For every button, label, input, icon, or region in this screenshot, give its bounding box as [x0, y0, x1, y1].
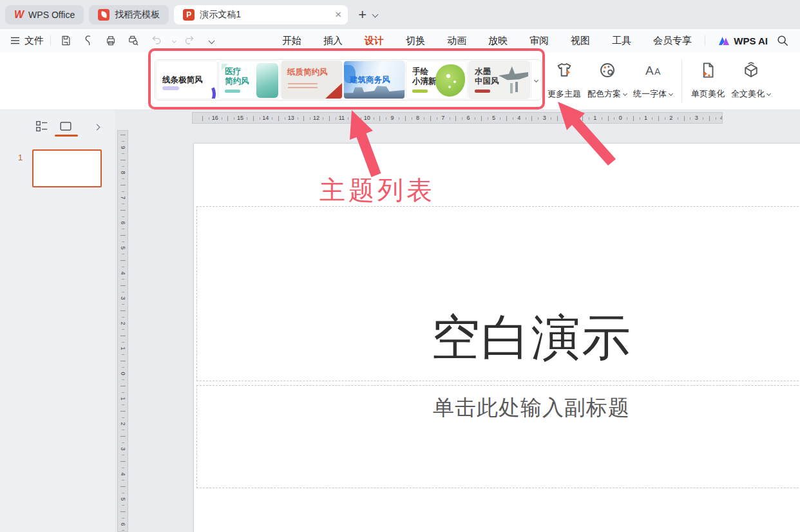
- slide-1-thumbnail[interactable]: [32, 149, 102, 187]
- slide-view-icon: [59, 119, 73, 133]
- fonts-icon: AA: [642, 60, 664, 81]
- file-menu-button[interactable]: 文件: [10, 35, 44, 47]
- tab-list-chevron-down-icon[interactable]: [372, 12, 379, 18]
- chevron-down-icon: [669, 91, 673, 96]
- menu-review[interactable]: 审阅: [529, 35, 549, 47]
- wps-presentation-window: W WPS Office 找稻壳模板 P 演示文稿1 × + 文件: [0, 0, 800, 532]
- window-tab-bar: W WPS Office 找稻壳模板 P 演示文稿1 × +: [0, 0, 800, 29]
- divider: [681, 60, 682, 102]
- tab-label: WPS Office: [28, 10, 75, 20]
- wps-ai-label: WPS AI: [734, 35, 768, 46]
- undo-icon: [149, 34, 162, 47]
- tab-label: 找稻壳模板: [115, 9, 160, 21]
- new-tab-button[interactable]: +: [358, 6, 367, 23]
- toolbar-more-chevron-down-icon[interactable]: [209, 37, 215, 44]
- slide-view-button[interactable]: [58, 119, 73, 134]
- quick-access-toolbar: [57, 33, 214, 48]
- active-view-indicator: [55, 135, 78, 137]
- ppt-file-icon: P: [183, 9, 195, 21]
- menubar-right-cluster: WPS AI: [698, 29, 791, 52]
- save-icon: [59, 34, 72, 47]
- subtitle-placeholder[interactable]: 单击此处输入副标题: [196, 385, 800, 488]
- wps-ai-button[interactable]: WPS AI: [718, 35, 768, 46]
- export-curve-icon: [82, 34, 95, 47]
- menu-member[interactable]: 会员专享: [653, 35, 692, 47]
- menu-items: 开始插入设计切换动画放映审阅视图工具会员专享: [282, 29, 692, 52]
- theme-medical-simple[interactable]: 医疗简约风: [218, 61, 280, 99]
- wps-logo-icon: W: [14, 9, 23, 21]
- theme-hand-drawn-fresh[interactable]: 手绘小清新: [406, 61, 468, 99]
- slide-title-text: 空白演示: [431, 305, 632, 372]
- slide-thumbnail-panel: 1: [0, 110, 115, 532]
- collapse-panel-button[interactable]: [89, 119, 104, 135]
- menu-slideshow[interactable]: 放映: [488, 35, 508, 47]
- save-button[interactable]: [57, 33, 74, 48]
- horizontal-ruler[interactable]: 1615141312111098765432101234567: [192, 112, 723, 124]
- beautify-box-icon: [740, 60, 762, 81]
- undo-chevron-down-icon[interactable]: [172, 38, 176, 43]
- outline-view-button[interactable]: [34, 119, 50, 134]
- tab-presentation[interactable]: P 演示文稿1 ×: [174, 5, 348, 24]
- hamburger-icon: [10, 37, 20, 44]
- expand-theme-gallery-button[interactable]: [531, 61, 541, 99]
- tab-wps-office[interactable]: W WPS Office: [5, 5, 84, 24]
- tab-docer-templates[interactable]: 找稻壳模板: [89, 5, 169, 24]
- wps-ai-logo-icon: [718, 35, 730, 46]
- close-tab-icon[interactable]: ×: [335, 9, 341, 20]
- menu-insert[interactable]: 插入: [323, 35, 343, 47]
- menu-bar: 文件: [0, 29, 800, 52]
- design-ribbon: 线条极简风医疗简约风纸质简约风建筑商务风手绘小清新水墨中国风 更多主题配色方案A…: [0, 52, 800, 110]
- search-icon: [776, 34, 789, 47]
- menu-tools[interactable]: 工具: [612, 35, 631, 47]
- print-preview-button[interactable]: [125, 33, 142, 48]
- divider: [705, 35, 705, 46]
- printer-icon: [104, 34, 117, 47]
- vertical-ruler[interactable]: 9876543210123456: [117, 130, 128, 532]
- color-scheme-button[interactable]: 配色方案: [586, 57, 628, 105]
- outline-view-icon: [35, 119, 49, 133]
- menu-view[interactable]: 视图: [571, 35, 590, 47]
- chevron-right-icon: [93, 124, 100, 130]
- editing-canvas-area: 1615141312111098765432101234567 98765432…: [115, 110, 800, 532]
- chevron-down-icon: [623, 91, 627, 96]
- svg-text:A: A: [645, 64, 654, 77]
- page-sparkle-icon: [697, 60, 719, 81]
- export-button[interactable]: [80, 33, 97, 48]
- divider: [50, 35, 51, 46]
- ribbon-buttons: 更多主题配色方案AA统一字体单页美化全文美化: [546, 57, 772, 105]
- tshirt-star-icon: [553, 60, 575, 81]
- chevron-down-icon: [534, 77, 538, 82]
- redo-button[interactable]: [182, 33, 198, 48]
- theme-line-minimal[interactable]: 线条极简风: [156, 61, 218, 99]
- menu-animation[interactable]: 动画: [447, 35, 466, 47]
- title-placeholder[interactable]: 空白演示: [196, 206, 800, 381]
- menu-home[interactable]: 开始: [282, 35, 301, 47]
- menu-design[interactable]: 设计: [365, 35, 384, 47]
- theme-architecture-business[interactable]: 建筑商务风: [343, 61, 405, 99]
- palette-icon: [596, 60, 618, 81]
- more-themes-button[interactable]: 更多主题: [546, 57, 582, 105]
- docer-icon: [98, 9, 110, 21]
- chevron-down-icon: [767, 91, 771, 96]
- svg-text:A: A: [654, 66, 661, 77]
- file-menu-label: 文件: [24, 35, 44, 47]
- redo-icon: [184, 34, 196, 47]
- theme-ink-chinese[interactable]: 水墨中国风: [468, 61, 530, 99]
- print-button[interactable]: [102, 33, 119, 48]
- theme-list: 线条极简风医疗简约风纸质简约风建筑商务风手绘小清新水墨中国风: [155, 59, 542, 100]
- slide-number: 1: [18, 153, 23, 162]
- undo-button[interactable]: [148, 33, 164, 48]
- tab-label: 演示文稿1: [200, 9, 241, 21]
- unify-fonts-button[interactable]: AA统一字体: [632, 57, 674, 105]
- beautify-page-button[interactable]: 单页美化: [690, 57, 726, 105]
- search-button[interactable]: [774, 33, 791, 48]
- theme-paper-simple[interactable]: 纸质简约风: [281, 61, 343, 99]
- beautify-all-button[interactable]: 全文美化: [730, 57, 772, 105]
- menu-transition[interactable]: 切换: [406, 35, 425, 47]
- subtitle-placeholder-text: 单击此处输入副标题: [433, 394, 630, 423]
- print-preview-icon: [127, 34, 140, 47]
